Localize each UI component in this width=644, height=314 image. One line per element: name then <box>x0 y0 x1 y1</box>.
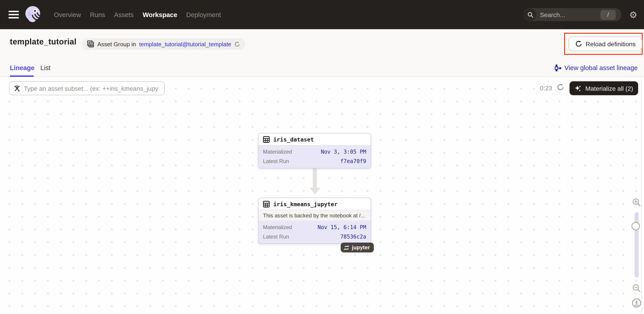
zoom-slider[interactable] <box>634 212 638 278</box>
asset-group-location-link[interactable]: template_tutorial@tutorial_template <box>139 41 231 47</box>
zoom-controls <box>630 198 642 309</box>
materialized-row: Materialized Nov 15, 6:14 PM <box>258 222 371 232</box>
lineage-edge-arrow <box>313 167 317 188</box>
asset-description: This asset is backed by the notebook at … <box>258 210 371 221</box>
materialized-timestamp[interactable]: Nov 15, 6:14 PM <box>318 224 366 230</box>
dagster-logo[interactable] <box>23 4 44 25</box>
asset-graph-filter-icon <box>14 85 21 92</box>
latest-run-label: Latest Run <box>263 233 289 240</box>
latest-run-label: Latest Run <box>263 158 289 164</box>
reload-icon <box>575 41 582 47</box>
latest-run-id[interactable]: f7ea70f9 <box>340 158 366 164</box>
download-graph-wrap <box>632 298 641 309</box>
view-global-asset-lineage-link[interactable]: View global asset lineage <box>554 64 638 71</box>
nav-item-runs[interactable]: Runs <box>90 11 105 18</box>
latest-run-id[interactable]: 78536c2a <box>340 233 366 240</box>
kind-tag-jupyter[interactable]: jupyter <box>340 243 374 252</box>
view-global-asset-lineage-label: View global asset lineage <box>564 64 638 71</box>
reload-definitions-button[interactable]: Reload definitions <box>568 36 642 51</box>
nav-item-assets[interactable]: Assets <box>114 11 134 18</box>
asset-name: iris_kmeans_jupyter <box>273 201 338 207</box>
global-search-box[interactable]: / <box>524 8 622 21</box>
page-header: template_tutorial Asset Group in templat… <box>0 29 644 61</box>
materialized-row: Materialized Nov 3, 3:05 PM <box>258 147 371 156</box>
asset-group-grid-icon <box>87 41 94 48</box>
refresh-graph-icon[interactable] <box>557 84 564 91</box>
kind-tag-label: jupyter <box>352 244 370 251</box>
reload-definitions-label: Reload definitions <box>586 40 636 47</box>
table-asset-icon <box>263 201 270 207</box>
nav-item-deployment[interactable]: Deployment <box>186 11 221 18</box>
asset-node-iris-dataset[interactable]: iris_dataset Materialized Nov 3, 3:05 PM… <box>258 133 371 168</box>
asset-name: iris_dataset <box>273 136 314 143</box>
materialized-label: Materialized <box>263 224 292 230</box>
jupyter-icon <box>344 245 350 250</box>
search-icon <box>524 9 536 21</box>
asset-node-body: Materialized Nov 3, 3:05 PM Latest Run f… <box>258 146 371 168</box>
materialized-timestamp[interactable]: Nov 3, 3:05 PM <box>321 148 366 155</box>
top-nav-bar: Overview Runs Assets Workspace Deploymen… <box>0 0 644 29</box>
latest-run-row: Latest Run 78536c2a <box>258 232 371 241</box>
asset-node-header: iris_dataset <box>258 133 371 146</box>
lineage-canvas[interactable]: 0:23 Materialize all (2) <box>0 77 644 314</box>
tab-lineage[interactable]: Lineage <box>10 64 34 71</box>
hamburger-menu-icon[interactable] <box>8 9 19 20</box>
nav-item-overview[interactable]: Overview <box>54 11 81 18</box>
lineage-graph-icon <box>554 64 561 71</box>
asset-subset-input[interactable] <box>24 85 160 92</box>
refresh-countdown-timer: 0:23 <box>540 85 552 92</box>
asset-node-body: Materialized Nov 15, 6:14 PM Latest Run … <box>258 221 371 243</box>
tab-lineage-label: Lineage <box>10 64 34 71</box>
zoom-out-icon[interactable] <box>632 284 641 292</box>
materialized-label: Materialized <box>263 148 292 155</box>
download-icon[interactable] <box>632 298 641 308</box>
nav-right-cluster: / ⚙ <box>524 8 637 21</box>
primary-nav-links: Overview Runs Assets Workspace Deploymen… <box>54 11 221 18</box>
asset-subset-filter[interactable] <box>9 81 165 95</box>
nav-item-workspace[interactable]: Workspace <box>143 11 177 18</box>
page-title: template_tutorial <box>10 37 76 47</box>
zoom-slider-handle[interactable] <box>632 222 640 230</box>
dagster-workspace-page: Overview Runs Assets Workspace Deploymen… <box>0 0 644 314</box>
tab-list[interactable]: List <box>40 64 50 71</box>
asset-node-header: iris_kmeans_jupyter <box>258 198 371 210</box>
search-shortcut-badge: / <box>600 10 616 20</box>
materialize-all-button[interactable]: Materialize all (2) <box>570 81 638 95</box>
settings-gear-icon[interactable]: ⚙ <box>629 10 637 19</box>
asset-group-badge: Asset Group in template_tutorial@tutoria… <box>82 38 246 50</box>
zoom-in-icon[interactable] <box>632 198 641 207</box>
table-asset-icon <box>263 136 270 143</box>
latest-run-row: Latest Run f7ea70f9 <box>258 156 371 166</box>
badge-reload-icon[interactable] <box>234 41 240 47</box>
materialize-all-label: Materialize all (2) <box>585 85 633 92</box>
view-tabs-row: Lineage List View global asset lineage <box>0 61 644 77</box>
sparkle-icon <box>574 85 582 92</box>
asset-group-badge-text: Asset Group in <box>98 41 136 47</box>
asset-node-iris-kmeans-jupyter[interactable]: iris_kmeans_jupyter This asset is backed… <box>258 198 371 244</box>
